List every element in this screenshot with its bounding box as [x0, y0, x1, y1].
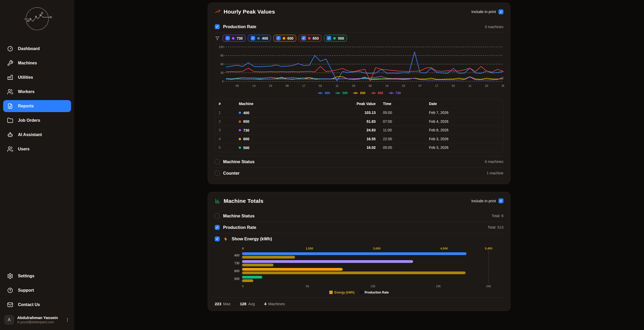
stat-avg: 128Avg	[240, 302, 255, 306]
include-in-print: Include in print	[471, 198, 503, 203]
sidebar-spacer	[0, 155, 74, 270]
machine-status-checkbox[interactable]	[215, 159, 220, 164]
machine-filter-chip-650[interactable]: 650	[299, 35, 321, 42]
file-icon	[7, 103, 13, 109]
machine-totals-bar-chart: 01,5003,0004,5005,4934007306005000651301…	[215, 245, 503, 289]
chip-checkbox[interactable]	[276, 36, 281, 40]
legend-item-energy-kwh-[interactable]: Energy (kWh)	[329, 291, 354, 294]
svg-text:02: 02	[452, 84, 455, 87]
machine-cell: 730	[235, 126, 321, 135]
production-rate-checkbox[interactable]	[215, 225, 220, 230]
filter-chips: 730400600650500	[223, 35, 347, 42]
machine-filter-chip-400[interactable]: 400	[248, 35, 271, 42]
include-in-print: Include in print	[471, 9, 503, 14]
sidebar-item-settings[interactable]: Settings	[3, 270, 71, 282]
sidebar-item-support[interactable]: Support	[3, 284, 71, 296]
svg-text:05: 05	[369, 84, 372, 87]
legend-swatch	[360, 291, 363, 294]
time-cell: 22:00	[379, 135, 425, 143]
sidebar-item-utilities[interactable]: Utilities	[3, 71, 71, 83]
table-row: 550016.0205:00Feb 3, 2026	[215, 143, 503, 152]
svg-text:05: 05	[502, 84, 504, 87]
sidebar-item-job-orders[interactable]: Job Orders	[3, 114, 71, 126]
chip-checkbox[interactable]	[225, 36, 230, 40]
company-logo	[0, 0, 74, 43]
peak-value-cell: 16.55	[322, 135, 379, 143]
machine-status-checkbox[interactable]	[215, 213, 220, 218]
chip-label: 500	[338, 36, 344, 40]
machine-color-dot	[333, 37, 336, 40]
legend-item-730[interactable]: 730	[388, 91, 401, 95]
sidebar: DashboardMachinesUtilitiesWorkersReports…	[0, 0, 74, 330]
sidebar-item-machines[interactable]: Machines	[3, 57, 71, 69]
sidebar-item-contact-us[interactable]: Contact Us	[3, 299, 71, 311]
svg-text:600: 600	[234, 269, 239, 273]
svg-text:05: 05	[236, 84, 239, 87]
chip-checkbox[interactable]	[251, 36, 255, 40]
user-profile[interactable]: A Abdulrahman Yassein A.yousf@dotimpact.…	[0, 311, 74, 330]
svg-text:30: 30	[220, 71, 224, 74]
legend-swatch	[329, 291, 333, 294]
legend-label: 600	[360, 91, 365, 95]
svg-text:90: 90	[220, 54, 224, 57]
legend-item-500[interactable]: 500	[335, 91, 348, 95]
svg-text:07: 07	[419, 84, 422, 87]
legend-marker-icon	[335, 92, 341, 94]
machine-status-count: 6 machines	[485, 160, 503, 164]
machine-filter-chip-500[interactable]: 500	[324, 35, 347, 42]
table-row: 460016.5522:00Feb 3, 2026	[215, 135, 503, 143]
machine-filter-chip-730[interactable]: 730	[223, 35, 245, 42]
include-in-print-checkbox[interactable]	[498, 9, 503, 14]
production-rate-section: Production Rate 5 machines	[215, 21, 503, 32]
counter-checkbox[interactable]	[215, 171, 220, 176]
card-header: Machine Totals Include in print	[215, 198, 503, 204]
help-icon	[7, 287, 13, 294]
people-icon	[7, 89, 13, 95]
row-number: 4	[215, 135, 235, 143]
sidebar-item-label: Dashboard	[18, 46, 40, 51]
include-in-print-checkbox[interactable]	[498, 198, 503, 203]
machine-filter-chip-600[interactable]: 600	[273, 35, 296, 42]
line-chart-legend: 400500600650730	[215, 91, 503, 95]
people-icon	[7, 146, 13, 152]
summary-stats: 223Max128Avg4Machines	[215, 298, 503, 306]
folder-icon	[7, 117, 13, 124]
svg-text:245: 245	[486, 285, 491, 288]
sidebar-item-dashboard[interactable]: Dashboard	[3, 43, 71, 55]
machine-color-dot	[239, 120, 241, 123]
legend-item-400[interactable]: 400	[317, 91, 330, 95]
sidebar-item-ai-assistant[interactable]: AI Assistant	[3, 129, 71, 141]
sidebar-item-users[interactable]: Users	[3, 143, 71, 155]
legend-item-650[interactable]: 650	[371, 91, 383, 95]
kebab-menu-icon[interactable]	[65, 317, 70, 322]
production-rate-label: Production Rate	[223, 225, 256, 230]
date-cell: Feb 8, 2026	[425, 126, 503, 135]
row-number: 3	[215, 126, 235, 135]
sidebar-item-reports[interactable]: Reports	[3, 100, 71, 112]
mail-icon	[7, 302, 13, 308]
legend-label: 650	[378, 91, 383, 95]
date-cell: Feb 3, 2026	[425, 143, 503, 152]
show-energy-checkbox[interactable]	[215, 236, 220, 241]
user-meta: Abdulrahman Yassein A.yousf@dotimpact.co…	[17, 315, 58, 325]
svg-text:5,493: 5,493	[485, 247, 493, 250]
counter-section: Counter 1 machine	[215, 168, 503, 179]
app-root: DashboardMachinesUtilitiesWorkersReports…	[0, 0, 644, 330]
svg-text:0: 0	[222, 80, 224, 83]
sidebar-item-label: Utilities	[18, 75, 33, 80]
svg-text:60: 60	[220, 63, 224, 66]
sidebar-footer-nav: SettingsSupportContact Us	[0, 270, 74, 311]
chip-checkbox[interactable]	[327, 36, 331, 40]
time-cell: 11:00	[379, 126, 425, 135]
stat-label: Avg	[248, 302, 255, 306]
production-rate-checkbox[interactable]	[215, 24, 220, 29]
factory-icon	[7, 74, 13, 81]
chip-checkbox[interactable]	[301, 36, 306, 40]
sidebar-item-workers[interactable]: Workers	[3, 86, 71, 98]
legend-item-production-rate[interactable]: Production Rate	[360, 291, 389, 294]
trending-up-icon	[215, 9, 220, 15]
table-row: 265051.8307:00Feb 4, 2026	[215, 117, 503, 126]
legend-item-600[interactable]: 600	[353, 91, 365, 95]
svg-text:0: 0	[242, 285, 244, 288]
peak-value-cell: 16.02	[322, 143, 379, 152]
